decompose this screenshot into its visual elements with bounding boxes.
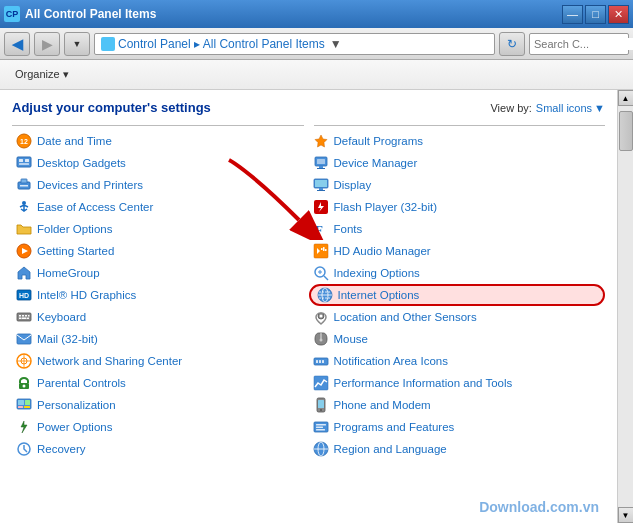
list-item[interactable]: FFonts xyxy=(309,218,606,240)
breadcrumb-dropdown[interactable]: ▼ xyxy=(330,37,342,51)
list-item[interactable]: Indexing Options xyxy=(309,262,606,284)
item-icon xyxy=(313,331,329,347)
forward-button[interactable]: ▶ xyxy=(34,32,60,56)
svg-rect-2 xyxy=(17,157,31,167)
svg-text:F: F xyxy=(315,222,323,237)
svg-rect-32 xyxy=(18,406,23,408)
scroll-indicator xyxy=(12,125,605,128)
item-label: Performance Information and Tools xyxy=(334,377,513,389)
item-icon: 12 xyxy=(16,133,32,149)
organize-button[interactable]: Organize ▾ xyxy=(8,65,76,84)
item-icon xyxy=(313,177,329,193)
list-item[interactable]: Display xyxy=(309,174,606,196)
list-item[interactable]: Power Options xyxy=(12,416,309,438)
list-item[interactable]: Recovery xyxy=(12,438,309,460)
svg-marker-37 xyxy=(315,135,327,147)
list-item[interactable]: Region and Language xyxy=(309,438,606,460)
list-item[interactable]: HD Audio Manager xyxy=(309,240,606,262)
list-item[interactable]: Internet Options xyxy=(309,284,606,306)
list-item[interactable]: Performance Information and Tools xyxy=(309,372,606,394)
item-label: Notification Area Icons xyxy=(334,355,448,367)
svg-rect-69 xyxy=(322,360,324,363)
refresh-button[interactable]: ↻ xyxy=(499,32,525,56)
svg-rect-22 xyxy=(17,334,31,344)
list-item[interactable]: Phone and Modem xyxy=(309,394,606,416)
view-by-dropdown[interactable]: Small icons ▼ xyxy=(536,102,605,114)
list-item[interactable]: Programs and Features xyxy=(309,416,606,438)
close-button[interactable]: ✕ xyxy=(608,5,629,24)
list-item[interactable]: Keyboard xyxy=(12,306,309,328)
recent-button[interactable]: ▼ xyxy=(64,32,90,56)
item-label: Desktop Gadgets xyxy=(37,157,126,169)
breadcrumb-text: Control Panel ▸ All Control Panel Items xyxy=(118,37,325,51)
list-item[interactable]: Devices and Printers xyxy=(12,174,309,196)
list-item[interactable]: Flash Player (32-bit) xyxy=(309,196,606,218)
svg-rect-43 xyxy=(315,180,327,187)
breadcrumb[interactable]: Control Panel ▸ All Control Panel Items … xyxy=(94,33,495,55)
item-label: Programs and Features xyxy=(334,421,455,433)
item-icon xyxy=(313,155,329,171)
list-item[interactable]: Location and Other Sensors xyxy=(309,306,606,328)
minimize-button[interactable]: — xyxy=(562,5,583,24)
list-item[interactable]: Personalization xyxy=(12,394,309,416)
item-icon xyxy=(16,353,32,369)
svg-rect-16 xyxy=(22,315,24,317)
scroll-down-button[interactable]: ▼ xyxy=(618,507,634,523)
item-icon: F xyxy=(313,221,329,237)
list-item[interactable]: Desktop Gadgets xyxy=(12,152,309,174)
item-icon xyxy=(313,265,329,281)
item-icon xyxy=(313,353,329,369)
list-item[interactable]: Default Programs xyxy=(309,130,606,152)
list-item[interactable]: Notification Area Icons xyxy=(309,350,606,372)
item-icon xyxy=(16,199,32,215)
list-item[interactable]: Getting Started xyxy=(12,240,309,262)
view-by-label: View by: xyxy=(490,102,531,114)
svg-rect-8 xyxy=(21,179,27,183)
item-label: Location and Other Sensors xyxy=(334,311,477,323)
view-by-control: View by: Small icons ▼ xyxy=(490,102,605,114)
svg-rect-21 xyxy=(27,318,29,320)
list-item[interactable]: Device Manager xyxy=(309,152,606,174)
item-label: Region and Language xyxy=(334,443,447,455)
item-label: Internet Options xyxy=(338,289,420,301)
item-icon xyxy=(16,419,32,435)
svg-rect-3 xyxy=(19,159,23,162)
scrollbar[interactable]: ▲ ▼ xyxy=(617,90,633,523)
search-input[interactable] xyxy=(530,38,633,50)
item-label: Device Manager xyxy=(334,157,418,169)
item-label: Folder Options xyxy=(37,223,112,235)
item-icon xyxy=(313,397,329,413)
maximize-button[interactable]: □ xyxy=(585,5,606,24)
list-item[interactable]: Mail (32-bit) xyxy=(12,328,309,350)
svg-rect-67 xyxy=(316,360,318,363)
item-label: Intel® HD Graphics xyxy=(37,289,136,301)
svg-rect-14 xyxy=(17,313,31,321)
item-label: Parental Controls xyxy=(37,377,126,389)
item-icon xyxy=(313,133,329,149)
item-icon xyxy=(16,265,32,281)
scroll-up-button[interactable]: ▲ xyxy=(618,90,634,106)
item-label: Devices and Printers xyxy=(37,179,143,191)
search-box: 🔍 xyxy=(529,33,629,55)
list-item[interactable]: 12Date and Time xyxy=(12,130,309,152)
list-item[interactable]: Ease of Access Center xyxy=(12,196,309,218)
list-item[interactable]: Network and Sharing Center xyxy=(12,350,309,372)
item-label: Indexing Options xyxy=(334,267,420,279)
list-item[interactable]: HDIntel® HD Graphics xyxy=(12,284,309,306)
address-bar: ◀ ▶ ▼ Control Panel ▸ All Control Panel … xyxy=(0,28,633,60)
svg-rect-72 xyxy=(318,400,324,408)
item-label: Keyboard xyxy=(37,311,86,323)
window-title: All Control Panel Items xyxy=(25,7,156,21)
main-area: Adjust your computer's settings View by:… xyxy=(0,90,633,523)
list-item[interactable]: Folder Options xyxy=(12,218,309,240)
svg-rect-40 xyxy=(319,166,323,168)
item-icon xyxy=(16,441,32,457)
back-button[interactable]: ◀ xyxy=(4,32,30,56)
item-label: Network and Sharing Center xyxy=(37,355,182,367)
item-icon xyxy=(16,375,32,391)
list-item[interactable]: Mouse xyxy=(309,328,606,350)
scroll-thumb[interactable] xyxy=(619,111,633,151)
list-item[interactable]: HomeGroup xyxy=(12,262,309,284)
right-column: Default ProgramsDevice ManagerDisplayFla… xyxy=(309,130,606,460)
list-item[interactable]: Parental Controls xyxy=(12,372,309,394)
